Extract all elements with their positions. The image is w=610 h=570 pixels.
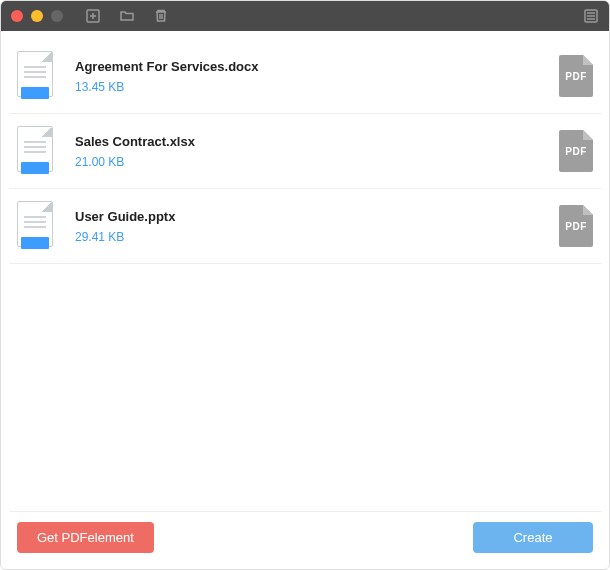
document-icon xyxy=(17,201,61,251)
trash-icon[interactable] xyxy=(153,8,169,24)
minimize-button[interactable] xyxy=(31,10,43,22)
pdf-icon: PDF xyxy=(559,130,593,172)
file-info: Agreement For Services.docx 13.45 KB xyxy=(75,59,545,94)
file-row[interactable]: User Guide.pptx 29.41 KB PDF xyxy=(9,189,601,264)
pdf-icon: PDF xyxy=(559,55,593,97)
list-view-icon[interactable] xyxy=(583,8,599,24)
toolbar xyxy=(85,8,169,24)
window: Agreement For Services.docx 13.45 KB PDF… xyxy=(0,0,610,570)
pdf-icon: PDF xyxy=(559,205,593,247)
file-size: 29.41 KB xyxy=(75,230,545,244)
file-name: User Guide.pptx xyxy=(75,209,545,224)
file-info: User Guide.pptx 29.41 KB xyxy=(75,209,545,244)
document-icon xyxy=(17,51,61,101)
pdf-badge-label: PDF xyxy=(565,221,587,232)
pdf-badge-label: PDF xyxy=(565,71,587,82)
file-row[interactable]: Sales Contract.xlsx 21.00 KB PDF xyxy=(9,114,601,189)
footer: Get PDFelement Create xyxy=(9,511,601,561)
file-row[interactable]: Agreement For Services.docx 13.45 KB PDF xyxy=(9,39,601,114)
file-size: 13.45 KB xyxy=(75,80,545,94)
file-name: Sales Contract.xlsx xyxy=(75,134,545,149)
folder-icon[interactable] xyxy=(119,8,135,24)
file-info: Sales Contract.xlsx 21.00 KB xyxy=(75,134,545,169)
add-file-icon[interactable] xyxy=(85,8,101,24)
create-button[interactable]: Create xyxy=(473,522,593,553)
traffic-lights xyxy=(11,10,63,22)
maximize-button[interactable] xyxy=(51,10,63,22)
file-name: Agreement For Services.docx xyxy=(75,59,545,74)
file-list: Agreement For Services.docx 13.45 KB PDF… xyxy=(9,39,601,511)
get-pdfelement-button[interactable]: Get PDFelement xyxy=(17,522,154,553)
titlebar xyxy=(1,1,609,31)
pdf-badge-label: PDF xyxy=(565,146,587,157)
document-icon xyxy=(17,126,61,176)
content-area: Agreement For Services.docx 13.45 KB PDF… xyxy=(1,31,609,569)
file-size: 21.00 KB xyxy=(75,155,545,169)
close-button[interactable] xyxy=(11,10,23,22)
